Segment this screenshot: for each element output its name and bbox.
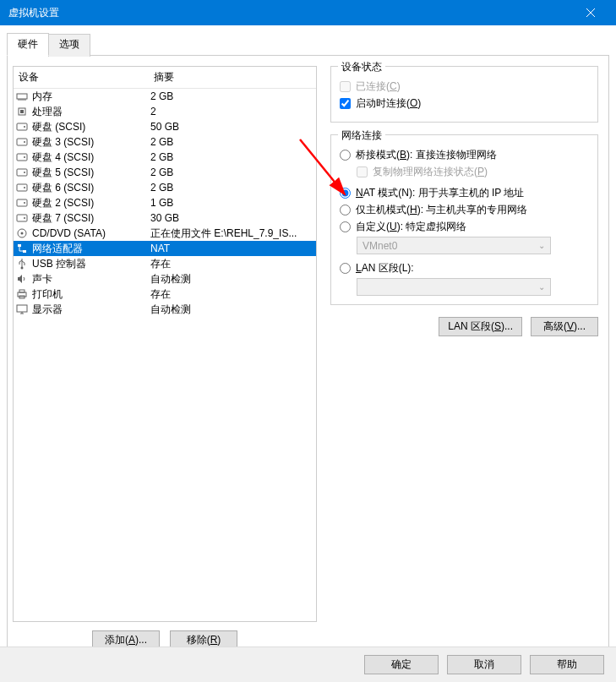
disk-icon	[15, 211, 29, 225]
device-name: 硬盘 (SCSI)	[32, 120, 85, 134]
checkbox-connect-poweron[interactable]	[340, 98, 351, 109]
device-name: 硬盘 2 (SCSI)	[32, 196, 94, 210]
device-row[interactable]: 硬盘 7 (SCSI)30 GB	[14, 210, 316, 226]
device-row[interactable]: USB 控制器存在	[14, 256, 316, 271]
row-lanseg[interactable]: LAN 区段(L):	[340, 261, 589, 276]
svg-point-11	[24, 126, 25, 128]
device-row[interactable]: 打印机存在	[14, 286, 316, 302]
help-button[interactable]: 帮助	[530, 655, 604, 674]
svg-rect-2	[17, 94, 27, 99]
svg-rect-16	[17, 169, 27, 176]
device-row[interactable]: 硬盘 6 (SCSI)2 GB	[14, 180, 316, 195]
row-custom[interactable]: 自定义(U): 特定虚拟网络	[340, 220, 589, 234]
select-custom-vmnet: VMnet0 ⌄	[357, 237, 551, 254]
radio-nat[interactable]	[340, 188, 351, 199]
radio-lanseg[interactable]	[340, 263, 351, 274]
device-name: 网络适配器	[32, 242, 83, 256]
device-name: 硬盘 4 (SCSI)	[32, 150, 94, 165]
svg-rect-9	[20, 110, 24, 113]
checkbox-replicate	[357, 166, 368, 177]
device-summary: 2 GB	[150, 151, 314, 163]
label-bridged: 桥接模式(B): 直接连接物理网络	[356, 148, 497, 162]
row-connect-on-poweron[interactable]: 启动时连接(O)	[340, 96, 589, 111]
svg-rect-27	[23, 250, 26, 253]
group-device-status: 设备状态 已连接(C) 启动时连接(O)	[330, 66, 598, 123]
device-name: 硬盘 5 (SCSI)	[32, 166, 94, 180]
device-row[interactable]: 声卡自动检测	[14, 271, 316, 286]
device-row[interactable]: 硬盘 4 (SCSI)2 GB	[14, 150, 316, 165]
advanced-button[interactable]: 高级(V)...	[531, 317, 598, 336]
device-row[interactable]: 硬盘 5 (SCSI)2 GB	[14, 165, 316, 180]
svg-rect-30	[19, 290, 25, 292]
row-connected: 已连接(C)	[340, 79, 589, 94]
cpu-icon	[15, 105, 29, 118]
cancel-button[interactable]: 取消	[447, 655, 521, 674]
svg-point-25	[21, 232, 24, 235]
close-button[interactable]	[574, 0, 608, 25]
svg-rect-26	[18, 244, 21, 247]
device-name: 硬盘 7 (SCSI)	[32, 211, 94, 226]
close-icon	[586, 8, 595, 17]
svg-rect-10	[17, 123, 27, 130]
footer: 确定 取消 帮助	[0, 647, 616, 682]
device-row[interactable]: 显示器自动检测	[14, 302, 316, 317]
device-summary: NAT	[150, 243, 314, 254]
row-nat[interactable]: NAT 模式(N): 用于共享主机的 IP 地址	[340, 186, 589, 200]
ok-button[interactable]: 确定	[364, 655, 439, 674]
titlebar: 虚拟机设置	[0, 0, 616, 25]
svg-point-23	[24, 217, 25, 219]
checkbox-connected	[340, 81, 351, 92]
printer-icon	[15, 287, 29, 301]
svg-point-28	[21, 267, 24, 270]
disk-icon	[15, 166, 29, 179]
device-summary: 2 GB	[150, 182, 314, 194]
select-lanseg: ⌄	[357, 278, 551, 296]
left-panel: 设备 摘要 内存2 GB处理器2硬盘 (SCSI)50 GB硬盘 3 (SCSI…	[13, 66, 317, 650]
device-summary: 存在	[150, 257, 314, 271]
svg-point-17	[24, 172, 25, 173]
device-name: 打印机	[32, 287, 63, 302]
device-row[interactable]: 网络适配器NAT	[14, 241, 316, 256]
select-custom-value: VMnet0	[363, 240, 397, 252]
lan-segments-button[interactable]: LAN 区段(S)...	[439, 317, 522, 336]
radio-bridged[interactable]	[340, 150, 351, 161]
radio-hostonly[interactable]	[340, 205, 351, 216]
device-row[interactable]: CD/DVD (SATA)正在使用文件 E:\REHL_7.9_IS...	[14, 226, 316, 241]
label-connected: 已连接(C)	[356, 79, 401, 94]
device-name: 显示器	[32, 303, 63, 317]
device-name: USB 控制器	[32, 257, 86, 271]
svg-point-15	[24, 156, 25, 158]
label-nat: NAT 模式(N): 用于共享主机的 IP 地址	[356, 186, 524, 200]
device-summary: 正在使用文件 E:\REHL_7.9_IS...	[150, 226, 314, 241]
disk-icon	[15, 135, 29, 149]
row-bridged[interactable]: 桥接模式(B): 直接连接物理网络	[340, 148, 589, 162]
label-lanseg: LAN 区段(L):	[356, 261, 414, 276]
tab-hardware[interactable]: 硬件	[7, 33, 49, 56]
svg-point-21	[24, 202, 25, 204]
device-name: CD/DVD (SATA)	[32, 227, 106, 239]
chevron-down-icon: ⌄	[538, 241, 545, 250]
device-name: 声卡	[32, 272, 52, 286]
svg-rect-22	[17, 215, 27, 221]
row-hostonly[interactable]: 仅主机模式(H): 与主机共享的专用网络	[340, 203, 589, 217]
device-row[interactable]: 硬盘 2 (SCSI)1 GB	[14, 195, 316, 210]
device-name: 内存	[32, 90, 52, 104]
svg-rect-20	[17, 199, 27, 206]
device-row[interactable]: 硬盘 3 (SCSI)2 GB	[14, 134, 316, 150]
header-summary: 摘要	[149, 67, 316, 88]
device-row[interactable]: 硬盘 (SCSI)50 GB	[14, 119, 316, 134]
device-summary: 1 GB	[150, 197, 314, 209]
device-summary: 50 GB	[150, 121, 314, 133]
sound-icon	[15, 272, 29, 286]
device-summary: 2	[150, 106, 314, 117]
device-summary: 2 GB	[150, 166, 314, 178]
device-list: 设备 摘要 内存2 GB处理器2硬盘 (SCSI)50 GB硬盘 3 (SCSI…	[13, 66, 317, 622]
display-icon	[15, 303, 29, 316]
tab-bar: 硬件 选项	[7, 32, 609, 56]
device-summary: 自动检测	[150, 272, 314, 286]
tab-options[interactable]: 选项	[48, 34, 90, 57]
device-name: 处理器	[32, 105, 63, 119]
device-row[interactable]: 处理器2	[14, 104, 316, 119]
radio-custom[interactable]	[340, 221, 351, 232]
device-row[interactable]: 内存2 GB	[14, 89, 316, 104]
